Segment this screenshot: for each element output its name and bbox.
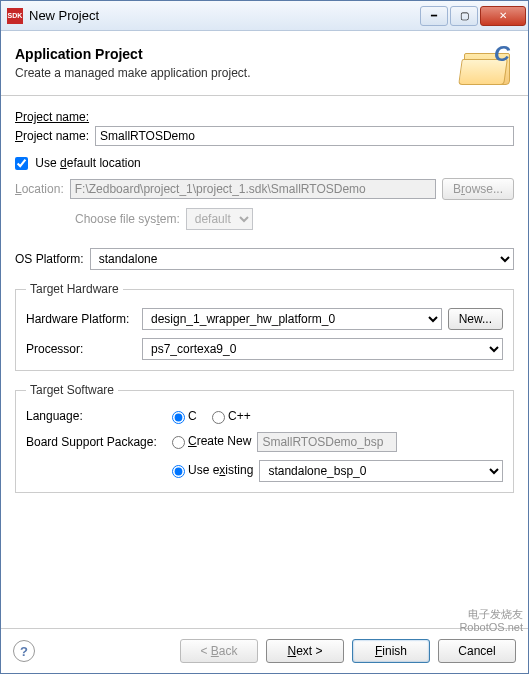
- project-name-input[interactable]: [95, 126, 514, 146]
- hardware-platform-select[interactable]: design_1_wrapper_hw_platform_0: [142, 308, 442, 330]
- choose-filesystem-label: Choose file system:: [75, 212, 180, 226]
- new-project-dialog: SDK New Project ━ ▢ ✕ Application Projec…: [0, 0, 529, 674]
- new-hardware-button[interactable]: New...: [448, 308, 503, 330]
- bsp-create-new-radio[interactable]: [172, 436, 185, 449]
- project-name-label: Project name:: [15, 129, 89, 143]
- language-cpp-option[interactable]: C++: [212, 409, 251, 423]
- back-button: < Back: [180, 639, 258, 663]
- cancel-button[interactable]: Cancel: [438, 639, 516, 663]
- os-platform-select[interactable]: standalone: [90, 248, 514, 270]
- browse-button: Browse...: [442, 178, 514, 200]
- bsp-label: Board Support Package:: [26, 435, 166, 449]
- language-c-option[interactable]: C: [172, 409, 197, 423]
- next-button[interactable]: Next >: [266, 639, 344, 663]
- location-label: Location:: [15, 182, 64, 196]
- window-title: New Project: [29, 8, 420, 23]
- use-default-location-checkbox[interactable]: [15, 157, 28, 170]
- processor-select[interactable]: ps7_cortexa9_0: [142, 338, 503, 360]
- location-input: [70, 179, 436, 199]
- language-c-radio[interactable]: [172, 411, 185, 424]
- bsp-new-name-input: [257, 432, 397, 452]
- titlebar: SDK New Project ━ ▢ ✕: [1, 1, 528, 31]
- language-cpp-radio[interactable]: [212, 411, 225, 424]
- close-button[interactable]: ✕: [480, 6, 526, 26]
- finish-button[interactable]: Finish: [352, 639, 430, 663]
- bsp-use-existing-option[interactable]: Use existing: [172, 463, 253, 477]
- header-band: Application Project Create a managed mak…: [1, 31, 528, 96]
- app-icon: SDK: [7, 8, 23, 24]
- bsp-create-new-option[interactable]: Create New: [172, 434, 251, 448]
- bsp-use-existing-radio[interactable]: [172, 465, 185, 478]
- target-hardware-group: Target Hardware Hardware Platform: desig…: [15, 282, 514, 371]
- bsp-existing-select[interactable]: standalone_bsp_0: [259, 460, 503, 482]
- project-name-label: Project name:: [15, 110, 89, 124]
- os-platform-label: OS Platform:: [15, 252, 84, 266]
- content-area: Project name: Project name: Project name…: [1, 96, 528, 628]
- page-title: Application Project: [15, 46, 250, 62]
- use-default-location-label: Use default location: [35, 156, 140, 170]
- page-subtitle: Create a managed make application projec…: [15, 66, 250, 80]
- folder-c-icon: C: [460, 41, 514, 85]
- maximize-button[interactable]: ▢: [450, 6, 478, 26]
- target-software-group: Target Software Language: C C++ Board Su…: [15, 383, 514, 492]
- minimize-button[interactable]: ━: [420, 6, 448, 26]
- help-icon[interactable]: ?: [13, 640, 35, 662]
- language-label: Language:: [26, 409, 166, 423]
- processor-label: Processor:: [26, 342, 136, 356]
- target-hardware-legend: Target Hardware: [26, 282, 123, 296]
- filesystem-select: default: [186, 208, 253, 230]
- footer: ? < Back Next > Finish Cancel: [1, 628, 528, 673]
- hardware-platform-label: Hardware Platform:: [26, 312, 136, 326]
- target-software-legend: Target Software: [26, 383, 118, 397]
